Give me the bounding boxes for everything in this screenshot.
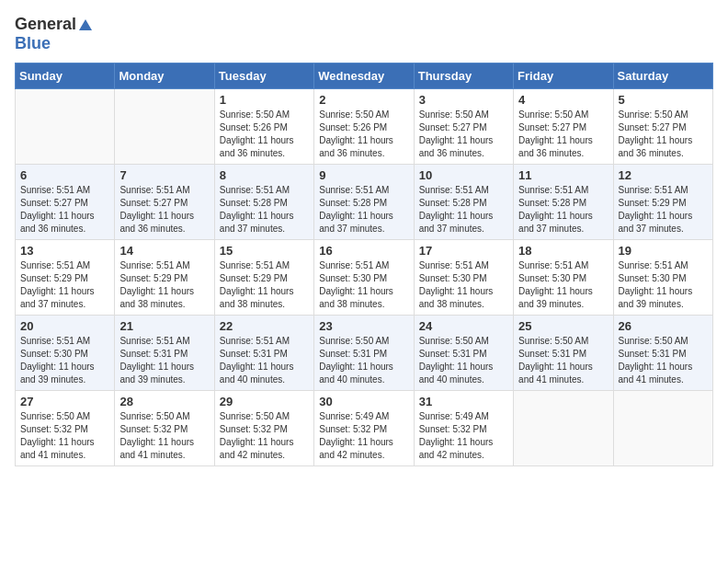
day-cell: 8Sunrise: 5:51 AMSunset: 5:28 PMDaylight… [214, 165, 313, 240]
weekday-monday: Monday [115, 63, 214, 89]
week-row-1: 1Sunrise: 5:50 AMSunset: 5:26 PMDaylight… [16, 89, 713, 165]
day-detail: Sunrise: 5:49 AMSunset: 5:32 PMDaylight:… [319, 410, 408, 462]
day-number: 23 [319, 319, 408, 333]
weekday-saturday: Saturday [613, 63, 712, 89]
weekday-tuesday: Tuesday [214, 63, 313, 89]
day-detail: Sunrise: 5:50 AMSunset: 5:32 PMDaylight:… [220, 410, 309, 462]
day-detail: Sunrise: 5:51 AMSunset: 5:28 PMDaylight:… [518, 184, 608, 236]
day-number: 5 [619, 93, 708, 107]
day-number: 14 [119, 244, 209, 258]
day-number: 19 [619, 244, 708, 258]
day-cell: 18Sunrise: 5:51 AMSunset: 5:30 PMDayligh… [514, 240, 613, 316]
day-cell: 24Sunrise: 5:50 AMSunset: 5:31 PMDayligh… [414, 316, 513, 391]
logo-icon [77, 17, 94, 34]
day-cell: 28Sunrise: 5:50 AMSunset: 5:32 PMDayligh… [115, 391, 214, 466]
day-number: 29 [220, 395, 309, 408]
day-number: 9 [319, 168, 408, 182]
logo-text: General Blue [15, 15, 95, 53]
day-number: 4 [518, 93, 608, 107]
day-cell: 2Sunrise: 5:50 AMSunset: 5:26 PMDaylight… [314, 89, 414, 165]
day-cell: 20Sunrise: 5:51 AMSunset: 5:30 PMDayligh… [16, 316, 115, 391]
day-number: 6 [20, 168, 109, 182]
day-cell: 13Sunrise: 5:51 AMSunset: 5:29 PMDayligh… [16, 240, 115, 316]
logo-general: General [15, 15, 76, 33]
day-cell [514, 391, 613, 466]
logo-blue: Blue [15, 34, 51, 52]
day-detail: Sunrise: 5:51 AMSunset: 5:29 PMDaylight:… [119, 259, 209, 311]
day-number: 16 [319, 244, 408, 258]
day-cell [115, 89, 214, 165]
day-number: 18 [518, 244, 608, 258]
day-number: 17 [419, 244, 508, 258]
week-row-2: 6Sunrise: 5:51 AMSunset: 5:27 PMDaylight… [16, 165, 713, 240]
day-cell: 22Sunrise: 5:51 AMSunset: 5:31 PMDayligh… [214, 316, 313, 391]
day-cell: 11Sunrise: 5:51 AMSunset: 5:28 PMDayligh… [514, 165, 613, 240]
day-detail: Sunrise: 5:51 AMSunset: 5:30 PMDaylight:… [518, 259, 608, 311]
weekday-thursday: Thursday [414, 63, 513, 89]
day-number: 30 [319, 395, 408, 408]
day-detail: Sunrise: 5:51 AMSunset: 5:30 PMDaylight:… [419, 259, 508, 311]
day-cell [613, 391, 712, 466]
day-detail: Sunrise: 5:51 AMSunset: 5:30 PMDaylight:… [619, 259, 708, 311]
day-cell: 10Sunrise: 5:51 AMSunset: 5:28 PMDayligh… [414, 165, 513, 240]
day-detail: Sunrise: 5:51 AMSunset: 5:27 PMDaylight:… [119, 184, 209, 236]
day-detail: Sunrise: 5:51 AMSunset: 5:29 PMDaylight:… [20, 259, 109, 311]
weekday-wednesday: Wednesday [314, 63, 414, 89]
day-cell: 21Sunrise: 5:51 AMSunset: 5:31 PMDayligh… [115, 316, 214, 391]
day-detail: Sunrise: 5:51 AMSunset: 5:30 PMDaylight:… [20, 335, 109, 386]
day-number: 25 [518, 319, 608, 333]
day-detail: Sunrise: 5:50 AMSunset: 5:27 PMDaylight:… [518, 109, 608, 160]
day-detail: Sunrise: 5:50 AMSunset: 5:27 PMDaylight:… [419, 109, 508, 160]
day-cell [16, 89, 115, 165]
day-cell: 12Sunrise: 5:51 AMSunset: 5:29 PMDayligh… [613, 165, 712, 240]
day-detail: Sunrise: 5:50 AMSunset: 5:31 PMDaylight:… [518, 335, 608, 386]
weekday-header-row: SundayMondayTuesdayWednesdayThursdayFrid… [16, 63, 713, 89]
day-number: 15 [220, 244, 309, 258]
day-detail: Sunrise: 5:50 AMSunset: 5:27 PMDaylight:… [619, 109, 708, 160]
day-cell: 23Sunrise: 5:50 AMSunset: 5:31 PMDayligh… [314, 316, 414, 391]
svg-marker-0 [79, 19, 92, 30]
day-detail: Sunrise: 5:51 AMSunset: 5:28 PMDaylight:… [319, 184, 408, 236]
week-row-5: 27Sunrise: 5:50 AMSunset: 5:32 PMDayligh… [16, 391, 713, 466]
day-detail: Sunrise: 5:50 AMSunset: 5:32 PMDaylight:… [20, 410, 109, 462]
day-number: 8 [220, 168, 309, 182]
day-cell: 29Sunrise: 5:50 AMSunset: 5:32 PMDayligh… [214, 391, 313, 466]
day-detail: Sunrise: 5:49 AMSunset: 5:32 PMDaylight:… [419, 410, 508, 462]
day-number: 28 [119, 395, 209, 408]
day-cell: 5Sunrise: 5:50 AMSunset: 5:27 PMDaylight… [613, 89, 712, 165]
day-number: 12 [619, 168, 708, 182]
day-detail: Sunrise: 5:50 AMSunset: 5:32 PMDaylight:… [119, 410, 209, 462]
day-detail: Sunrise: 5:51 AMSunset: 5:30 PMDaylight:… [319, 259, 408, 311]
day-cell: 26Sunrise: 5:50 AMSunset: 5:31 PMDayligh… [613, 316, 712, 391]
weekday-sunday: Sunday [16, 63, 115, 89]
day-cell: 30Sunrise: 5:49 AMSunset: 5:32 PMDayligh… [314, 391, 414, 466]
day-cell: 25Sunrise: 5:50 AMSunset: 5:31 PMDayligh… [514, 316, 613, 391]
day-detail: Sunrise: 5:51 AMSunset: 5:29 PMDaylight:… [220, 259, 309, 311]
day-detail: Sunrise: 5:50 AMSunset: 5:31 PMDaylight:… [419, 335, 508, 386]
day-number: 26 [619, 319, 708, 333]
day-detail: Sunrise: 5:51 AMSunset: 5:28 PMDaylight:… [220, 184, 309, 236]
day-cell: 31Sunrise: 5:49 AMSunset: 5:32 PMDayligh… [414, 391, 513, 466]
day-number: 7 [119, 168, 209, 182]
day-number: 21 [119, 319, 209, 333]
day-cell: 17Sunrise: 5:51 AMSunset: 5:30 PMDayligh… [414, 240, 513, 316]
day-detail: Sunrise: 5:51 AMSunset: 5:31 PMDaylight:… [220, 335, 309, 386]
day-cell: 19Sunrise: 5:51 AMSunset: 5:30 PMDayligh… [613, 240, 712, 316]
calendar-table: SundayMondayTuesdayWednesdayThursdayFrid… [15, 63, 713, 466]
day-cell: 7Sunrise: 5:51 AMSunset: 5:27 PMDaylight… [115, 165, 214, 240]
day-cell: 16Sunrise: 5:51 AMSunset: 5:30 PMDayligh… [314, 240, 414, 316]
weekday-friday: Friday [514, 63, 613, 89]
day-number: 27 [20, 395, 109, 408]
day-number: 20 [20, 319, 109, 333]
week-row-3: 13Sunrise: 5:51 AMSunset: 5:29 PMDayligh… [16, 240, 713, 316]
day-number: 1 [220, 93, 309, 107]
day-cell: 1Sunrise: 5:50 AMSunset: 5:26 PMDaylight… [214, 89, 313, 165]
day-cell: 4Sunrise: 5:50 AMSunset: 5:27 PMDaylight… [514, 89, 613, 165]
day-cell: 9Sunrise: 5:51 AMSunset: 5:28 PMDaylight… [314, 165, 414, 240]
week-row-4: 20Sunrise: 5:51 AMSunset: 5:30 PMDayligh… [16, 316, 713, 391]
day-number: 24 [419, 319, 508, 333]
day-detail: Sunrise: 5:51 AMSunset: 5:28 PMDaylight:… [419, 184, 508, 236]
day-detail: Sunrise: 5:51 AMSunset: 5:29 PMDaylight:… [619, 184, 708, 236]
day-detail: Sunrise: 5:50 AMSunset: 5:31 PMDaylight:… [619, 335, 708, 386]
day-number: 10 [419, 168, 508, 182]
